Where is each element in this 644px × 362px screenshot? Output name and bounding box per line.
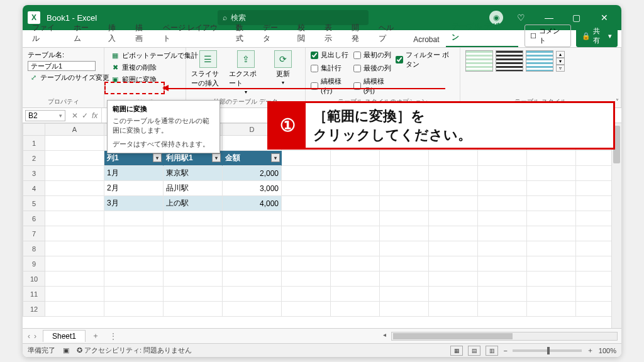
- accessibility-status[interactable]: ✪ アクセシビリティ: 問題ありません: [77, 346, 192, 355]
- confirm-icon[interactable]: ✓: [82, 111, 88, 120]
- select-all-corner[interactable]: [23, 123, 45, 136]
- table-name-label: テーブル名:: [28, 50, 111, 60]
- fx-icon[interactable]: fx: [92, 111, 97, 120]
- table-cell[interactable]: 3,000: [223, 181, 282, 196]
- annotation-arrow: [169, 88, 445, 89]
- macro-rec-icon[interactable]: ▣: [63, 346, 69, 354]
- view-pagelayout-button[interactable]: ▤: [468, 346, 480, 356]
- annotation-callout: ① ［範囲に変換］を クリックしてください。: [267, 101, 615, 150]
- filter-dropdown-icon[interactable]: ▾: [153, 153, 162, 162]
- horizontal-scrollbar[interactable]: ◂▸: [391, 332, 618, 341]
- zoom-level[interactable]: 100%: [599, 347, 616, 354]
- sheet-next-icon[interactable]: ›: [34, 332, 36, 341]
- resize-table-button[interactable]: ⤢テーブルのサイズ変更: [28, 72, 111, 83]
- table-cell[interactable]: 1月: [104, 166, 164, 181]
- opt-last-col[interactable]: 最後の列: [353, 63, 392, 73]
- tab-acrobat[interactable]: Acrobat: [408, 32, 445, 47]
- gallery-more[interactable]: ▿: [556, 65, 565, 72]
- name-box[interactable]: B2▾: [25, 110, 65, 121]
- tab-table-design[interactable]: テーブル デザイン: [446, 18, 518, 47]
- sheet-tab-overflow[interactable]: ⋮: [106, 332, 121, 341]
- opt-header-row[interactable]: 見出し行: [311, 50, 350, 60]
- tab-file[interactable]: ファイル: [26, 19, 67, 47]
- tab-view[interactable]: 表示: [319, 19, 345, 47]
- view-pagebreak-button[interactable]: ▥: [486, 346, 498, 356]
- sheet-tab[interactable]: Sheet1: [43, 330, 86, 342]
- style-swatch[interactable]: [465, 50, 493, 72]
- view-normal-button[interactable]: ▦: [450, 346, 463, 356]
- gallery-down[interactable]: ▾: [556, 58, 565, 65]
- collapse-ribbon-icon[interactable]: ˅: [616, 98, 619, 105]
- tab-data[interactable]: データ: [257, 19, 291, 47]
- add-sheet-button[interactable]: ＋: [86, 331, 106, 341]
- zoom-in-button[interactable]: ＋: [587, 346, 594, 355]
- opt-banded-rows[interactable]: 縞模様 (行): [311, 77, 350, 96]
- tab-formulas[interactable]: 数式: [230, 19, 256, 47]
- table-cell[interactable]: 3月: [104, 196, 164, 211]
- cancel-icon[interactable]: ✕: [72, 111, 78, 120]
- table-cell[interactable]: 東京駅: [164, 166, 223, 181]
- opt-total-row[interactable]: 集計行: [311, 63, 350, 73]
- tab-insert[interactable]: 挿入: [103, 19, 128, 47]
- zoom-out-button[interactable]: −: [503, 347, 507, 354]
- table-cell[interactable]: 上の駅: [164, 196, 223, 211]
- style-swatch[interactable]: [526, 50, 553, 72]
- tooltip-convert-to-range: 範囲に変換 このテーブルを通常のセルの範囲に変換します。 データはすべて保持され…: [107, 100, 220, 153]
- tab-dev[interactable]: 開発: [346, 19, 372, 47]
- table-cell[interactable]: 2月: [104, 181, 164, 196]
- opt-banded-cols[interactable]: 縞模様 (列): [353, 77, 392, 96]
- slicer-button[interactable]: ☰スライサーの挿入: [191, 50, 225, 88]
- table-cell[interactable]: 4,000: [223, 196, 282, 211]
- vertical-scrollbar[interactable]: [611, 123, 621, 328]
- table-header[interactable]: 金額▾: [223, 151, 282, 166]
- style-swatch[interactable]: [496, 50, 523, 72]
- gallery-up[interactable]: ▴: [556, 51, 565, 58]
- row-headers[interactable]: 123456789101112: [23, 136, 45, 317]
- tab-help[interactable]: ヘルプ: [373, 19, 406, 47]
- status-ready: 準備完了: [28, 346, 55, 355]
- sheet-tab-bar: ‹› Sheet1 ＋ ⋮ ◂▸: [23, 328, 621, 343]
- tab-draw[interactable]: 描画: [130, 19, 155, 47]
- opt-first-col[interactable]: 最初の列: [353, 50, 392, 60]
- share-button[interactable]: 🔒 共有 ▾: [576, 25, 618, 47]
- filter-dropdown-icon[interactable]: ▾: [212, 153, 221, 162]
- tab-pagelayout[interactable]: ページ レイアウト: [157, 19, 229, 47]
- opt-filter-button[interactable]: フィルター ボタン: [396, 50, 455, 69]
- zoom-slider[interactable]: [513, 349, 582, 352]
- annotation-step-number: ①: [269, 103, 306, 148]
- ribbon-tabs: ファイル ホーム 挿入 描画 ページ レイアウト 数式 データ 校閲 表示 開発…: [23, 30, 621, 48]
- table-styles-gallery[interactable]: ▴▾▿: [465, 50, 565, 72]
- annotation-arrowhead: [162, 85, 169, 91]
- table-cell[interactable]: 品川駅: [164, 181, 223, 196]
- status-bar: 準備完了 ▣ ✪ アクセシビリティ: 問題ありません ▦ ▤ ▥ − ＋ 100…: [23, 343, 621, 357]
- app-window: X Book1 - Excel ⌕ 検索 ◉ ♡ — ▢ ✕ ファイル ホーム …: [23, 5, 621, 357]
- tab-review[interactable]: 校閲: [292, 19, 318, 47]
- annotation-text: ［範囲に変換］を クリックしてください。: [306, 103, 613, 148]
- table-name-input[interactable]: [28, 61, 96, 71]
- worksheet-grid[interactable]: ABCDEFGHIJKLM 123456789101112 列1▾ 利用駅1▾ …: [23, 123, 621, 328]
- tab-home[interactable]: ホーム: [68, 19, 101, 47]
- ribbon: テーブル名: ⤢テーブルのサイズ変更 プロパティ ▦ピボットテーブルで集計 ✖重…: [23, 48, 621, 108]
- comments-button[interactable]: ☐ コメント: [525, 25, 571, 47]
- refresh-button[interactable]: ⟳更新▾: [266, 50, 300, 85]
- filter-dropdown-icon[interactable]: ▾: [271, 153, 280, 162]
- table-cell[interactable]: 2,000: [223, 166, 282, 181]
- sheet-prev-icon[interactable]: ‹: [28, 332, 30, 341]
